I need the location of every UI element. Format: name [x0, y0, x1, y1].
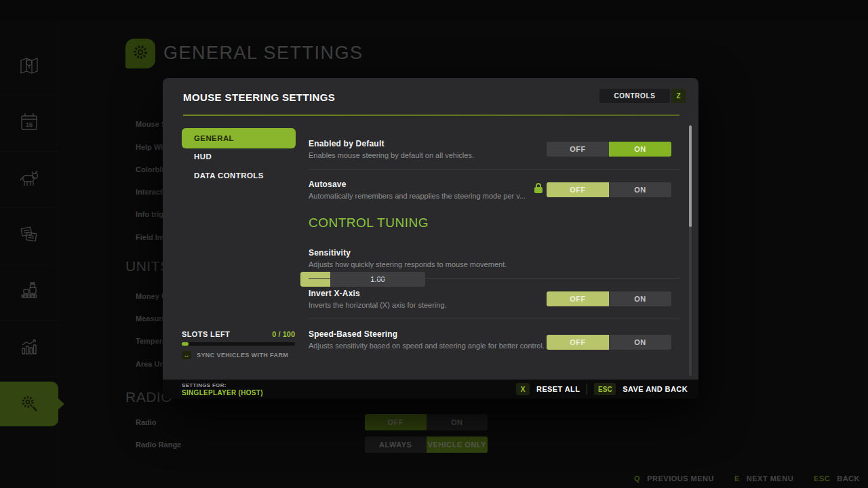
setting-row-speed-based-steering: Speed-Based Steering Adjusts sensitivity…: [309, 329, 679, 350]
slots-left-value: 0 / 100: [182, 330, 295, 338]
setting-title: Sensitivity: [309, 248, 679, 258]
key-x-badge: X: [516, 383, 530, 395]
screen: 15: [0, 0, 868, 488]
save-and-back-button[interactable]: ESC SAVE AND BACK: [594, 383, 688, 395]
setting-description: Adjusts how quickly steering responds to…: [309, 260, 549, 269]
enabled-by-default-toggle: OFF ON: [547, 142, 671, 157]
sync-vehicles-row: ↔ SYNC VEHICLES WITH FARM: [182, 351, 288, 359]
toggle-on-option[interactable]: ON: [609, 335, 671, 350]
mouse-steering-settings-dialog: MOUSE STEERING SETTINGS CONTROLS Z GENER…: [163, 78, 698, 399]
tab-data-controls[interactable]: DATA CONTROLS: [194, 171, 264, 180]
invert-x-axis-toggle: OFF ON: [547, 291, 671, 306]
header-divider: [183, 115, 679, 116]
slider-handle[interactable]: [300, 272, 330, 287]
sensitivity-slider[interactable]: 1.00: [300, 272, 425, 287]
tab-hud[interactable]: HUD: [194, 152, 212, 161]
control-tuning-heading: CONTROL TUNING: [309, 216, 429, 230]
toggle-off-option[interactable]: OFF: [547, 291, 609, 306]
toggle-off-option[interactable]: OFF: [547, 335, 609, 350]
toggle-on-option: ON: [609, 182, 671, 197]
setting-row-autosave: Autosave Automatically remembers and rea…: [309, 180, 679, 201]
toggle-off-option[interactable]: OFF: [547, 142, 609, 157]
reset-all-button[interactable]: X RESET ALL: [516, 383, 580, 395]
toggle-on-option[interactable]: ON: [609, 291, 671, 306]
dialog-footer: SETTINGS FOR: SINGLEPLAYER (HOST) X RESE…: [163, 380, 698, 399]
key-esc-badge: ESC: [594, 383, 616, 395]
setting-description: Automatically remembers and reapplies th…: [309, 192, 549, 201]
setting-description: Enables mouse steering by default on all…: [309, 151, 549, 160]
tab-general[interactable]: GENERAL: [182, 128, 296, 148]
row-divider: [309, 169, 679, 170]
scrollbar-thumb[interactable]: [689, 125, 692, 227]
controls-button[interactable]: CONTROLS: [599, 89, 670, 103]
footer-separator: [587, 384, 587, 394]
sync-arrows-icon: ↔: [182, 351, 191, 359]
settings-for-block: SETTINGS FOR: SINGLEPLAYER (HOST): [182, 382, 263, 396]
setting-row-sensitivity: Sensitivity Adjusts how quickly steering…: [309, 248, 679, 284]
lock-icon: [534, 183, 542, 194]
slots-progress-fill: [182, 342, 189, 346]
slots-progress-bar: [182, 342, 295, 346]
dialog-title: MOUSE STEERING SETTINGS: [183, 92, 335, 103]
key-z-badge: Z: [671, 89, 686, 103]
settings-for-value: SINGLEPLAYER (HOST): [182, 389, 263, 396]
setting-row-enabled-by-default: Enabled by Default Enables mouse steerin…: [309, 139, 679, 160]
sensitivity-value: 1.00: [330, 272, 425, 287]
setting-description: Adjusts sensitivity based on speed and s…: [309, 342, 549, 350]
row-divider: [309, 319, 679, 319]
setting-row-invert-x-axis: Invert X-Axis Inverts the horizontal (X)…: [309, 289, 679, 310]
autosave-toggle: OFF ON: [547, 182, 671, 197]
toggle-off-option: OFF: [547, 182, 609, 197]
setting-description: Inverts the horizontal (X) axis for stee…: [309, 301, 549, 310]
row-divider: [309, 278, 679, 279]
toggle-on-option[interactable]: ON: [609, 142, 671, 157]
speed-based-steering-toggle: OFF ON: [547, 335, 671, 350]
